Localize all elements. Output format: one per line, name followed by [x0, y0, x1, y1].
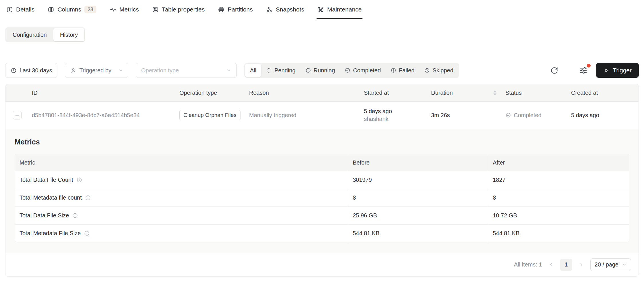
refresh-button[interactable] — [549, 65, 559, 76]
trigger-button[interactable]: Trigger — [596, 63, 639, 78]
table-row[interactable]: d5b47801-844f-493e-8dc7-a6a4514b5e34 Cle… — [5, 101, 639, 129]
status-filter-completed[interactable]: Completed — [340, 64, 386, 77]
circle-icon — [305, 67, 311, 73]
check-circle-icon — [505, 112, 511, 118]
row-duration: 3m 26s — [426, 112, 500, 119]
tab-label: Details — [16, 6, 34, 13]
toggle-configuration[interactable]: Configuration — [6, 28, 53, 41]
row-created-at: 5 days ago — [566, 112, 639, 119]
info-circle-icon[interactable] — [85, 195, 91, 201]
column-header-id: ID — [27, 90, 174, 96]
tools-icon — [317, 6, 324, 13]
metrics-column-after: After — [488, 154, 629, 171]
triggered-by-filter[interactable]: Triggered by — [65, 63, 128, 78]
page-size-select[interactable]: 20 / page — [590, 258, 631, 271]
status-filter-failed[interactable]: Failed — [386, 64, 419, 77]
expanded-row-panel: Metrics Metric Before After Total Data F… — [5, 129, 639, 253]
info-square-icon — [6, 6, 13, 13]
metrics-row: Total Data File Count 301979 1827 — [15, 171, 629, 189]
notification-dot — [587, 64, 591, 67]
info-circle-icon[interactable] — [76, 177, 82, 183]
clock-icon — [11, 67, 17, 74]
metrics-column-metric: Metric — [15, 154, 348, 171]
operation-type-tag: Cleanup Orphan Files — [179, 110, 240, 120]
tab-label: Maintenance — [327, 6, 362, 13]
sliders-icon — [579, 66, 587, 74]
dashed-circle-icon — [266, 67, 272, 73]
info-circle-icon[interactable] — [84, 230, 90, 236]
row-reason: Manually triggered — [244, 112, 359, 119]
next-page-button[interactable] — [578, 261, 585, 268]
tab-columns[interactable]: Columns 23 — [48, 0, 96, 19]
metrics-row: Total Data File Size 25.96 GB 10.72 GB — [15, 206, 629, 224]
slash-circle-icon — [424, 67, 430, 73]
play-icon — [603, 67, 609, 74]
column-header-created-at: Created at — [566, 90, 639, 96]
metrics-table: Metric Before After Total Data File Coun… — [15, 154, 629, 242]
column-header-status: Status — [500, 90, 566, 96]
table-header-row: ID Operation type Reason Started at Dura… — [5, 84, 639, 101]
tab-snapshots[interactable]: Snapshots — [266, 0, 304, 19]
view-toggle: Configuration History — [5, 27, 85, 42]
snapshots-icon — [266, 6, 273, 13]
tab-label: Columns — [57, 6, 81, 13]
columns-count-badge: 23 — [84, 6, 96, 13]
row-id: d5b47801-844f-493e-8dc7-a6a4514b5e34 — [27, 112, 174, 119]
chevron-down-icon — [622, 262, 627, 267]
display-settings-button[interactable] — [578, 65, 589, 76]
metrics-column-before: Before — [348, 154, 488, 171]
triggered-by-label: Triggered by — [79, 67, 111, 74]
column-header-reason: Reason — [244, 90, 359, 96]
column-header-operation-type: Operation type — [174, 90, 244, 96]
prev-page-button[interactable] — [548, 261, 554, 268]
row-status: Completed — [500, 112, 566, 119]
metrics-row: Total Metadata file count 8 8 — [15, 189, 629, 206]
operation-type-placeholder: Operation type — [141, 67, 179, 74]
status-filter-all[interactable]: All — [245, 64, 261, 77]
status-filter-pending[interactable]: Pending — [261, 64, 300, 77]
operation-type-filter[interactable]: Operation type — [136, 63, 237, 78]
trigger-label: Trigger — [613, 67, 632, 74]
history-table: ID Operation type Reason Started at Dura… — [5, 84, 639, 277]
toggle-history[interactable]: History — [53, 28, 84, 41]
activity-icon — [110, 6, 116, 13]
status-filter-running[interactable]: Running — [300, 64, 340, 77]
metrics-title: Metrics — [15, 138, 629, 146]
column-header-started-at: Started at — [359, 90, 426, 96]
tab-label: Metrics — [119, 6, 139, 13]
tab-metrics[interactable]: Metrics — [110, 0, 139, 19]
info-circle-icon[interactable] — [72, 213, 78, 219]
partitions-icon — [218, 6, 224, 13]
row-started-at: 5 days ago shashank — [359, 108, 426, 122]
tab-label: Table properties — [162, 6, 205, 13]
tab-details[interactable]: Details — [6, 0, 34, 19]
tab-maintenance[interactable]: Maintenance — [317, 0, 362, 19]
current-page-button[interactable]: 1 — [560, 259, 572, 271]
tab-label: Partitions — [228, 6, 253, 13]
tab-label: Snapshots — [276, 6, 304, 13]
row-started-by: shashank — [364, 116, 426, 122]
tab-table-properties[interactable]: Table properties — [152, 0, 205, 19]
tab-partitions[interactable]: Partitions — [218, 0, 253, 19]
metrics-header-row: Metric Before After — [15, 154, 629, 171]
chevron-down-icon — [226, 68, 231, 73]
refresh-icon — [550, 67, 558, 74]
pagination-bar: All items: 1 1 20 / page — [5, 253, 639, 276]
date-range-label: Last 30 days — [20, 67, 52, 74]
sort-icon[interactable] — [493, 90, 497, 96]
column-header-duration[interactable]: Duration — [426, 90, 500, 96]
table-settings-icon — [152, 6, 159, 13]
metrics-row: Total Metadata File Size 544.81 KB 544.8… — [15, 224, 629, 242]
total-items-label: All items: 1 — [514, 261, 542, 268]
check-circle-icon — [345, 67, 350, 73]
table-tabs: Details Columns 23 Metrics Table propert… — [0, 0, 644, 19]
columns-icon — [48, 6, 54, 13]
filter-toolbar: Last 30 days Triggered by Operation type… — [0, 63, 644, 78]
date-range-filter[interactable]: Last 30 days — [5, 63, 57, 78]
status-filter-skipped[interactable]: Skipped — [419, 64, 458, 77]
user-icon — [70, 67, 76, 74]
chevron-down-icon — [118, 68, 123, 73]
status-filter-group: All Pending Running Completed Failed — [244, 63, 459, 78]
exclamation-circle-icon — [391, 67, 396, 73]
collapse-row-button[interactable] — [13, 111, 22, 119]
